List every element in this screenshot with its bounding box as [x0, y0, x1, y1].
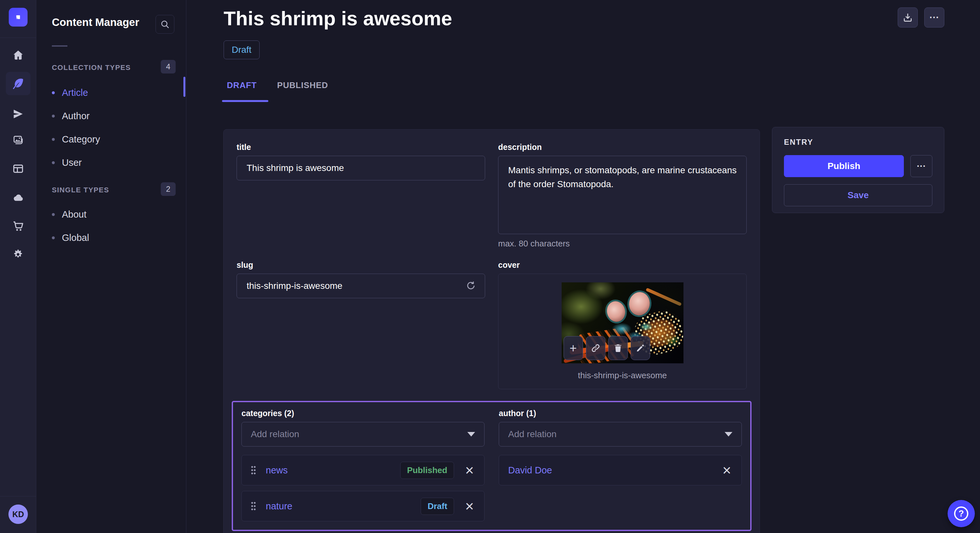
author-placeholder: Add relation [508, 429, 557, 439]
header-actions: ··· [898, 8, 944, 27]
active-tab-underline [222, 100, 268, 102]
rail-bottom-divider [0, 496, 36, 497]
regenerate-slug-button[interactable] [465, 279, 477, 292]
search-icon [160, 19, 170, 29]
chevron-down-icon [467, 432, 475, 436]
sidebar-item-label: Author [62, 111, 89, 121]
download-button[interactable] [898, 8, 918, 27]
cover-actions: + [563, 336, 650, 360]
link-icon [591, 343, 600, 353]
avatar-initials: KD [12, 510, 24, 519]
sidebar-item-article[interactable]: Article [52, 86, 88, 99]
copy-link-button[interactable] [586, 336, 605, 360]
collection-types-count-badge: 4 [161, 60, 176, 73]
slug-field: slug [237, 260, 485, 298]
title-input[interactable] [237, 156, 485, 180]
sidebar-item-global[interactable]: Global [52, 232, 89, 244]
bullet-icon [52, 213, 55, 216]
categories-add-relation-select[interactable]: Add relation [242, 422, 485, 447]
author-label: author (1) [499, 409, 742, 418]
strapi-logo-glyph [13, 12, 24, 23]
close-icon[interactable]: × [464, 500, 475, 512]
home-icon[interactable] [12, 49, 25, 62]
title-field: title [237, 143, 485, 180]
bullet-icon [52, 236, 55, 239]
author-add-relation-select[interactable]: Add relation [499, 422, 742, 447]
pencil-icon [635, 343, 645, 353]
relation-item-david-doe[interactable]: David Doe × [499, 455, 742, 485]
search-button[interactable] [156, 15, 174, 34]
drag-handle-icon[interactable] [251, 465, 256, 475]
subnav-divider-dash [52, 45, 67, 47]
cover-caption: this-shrimp-is-awesome [578, 370, 667, 381]
slug-input[interactable] [237, 274, 485, 298]
relation-link-news[interactable]: news [266, 465, 390, 476]
categories-field: categories (2) Add relation news Publish… [242, 409, 485, 521]
main-content: This shrimp is awesome ··· Draft DRAFT P… [186, 0, 980, 533]
add-media-button[interactable]: + [563, 336, 583, 360]
trash-icon [613, 343, 623, 353]
relations-highlight-box: categories (2) Add relation news Publish… [232, 401, 751, 531]
description-textarea[interactable]: Mantis shrimps, or stomatopods, are mari… [498, 156, 747, 234]
close-icon[interactable]: × [721, 464, 732, 476]
content-manager-feather-icon[interactable] [6, 72, 30, 95]
relation-link-nature[interactable]: nature [266, 501, 411, 512]
plus-icon: + [570, 341, 576, 355]
subnav-title: Content Manager [52, 16, 139, 29]
tab-published[interactable]: PUBLISHED [277, 80, 328, 90]
relation-item-nature[interactable]: nature Draft × [242, 491, 485, 521]
drag-handle-icon[interactable] [251, 501, 256, 511]
entry-panel: ENTRY Publish ··· Save [772, 127, 944, 213]
close-icon[interactable]: × [464, 464, 475, 476]
sidebar-item-label: User [62, 157, 82, 168]
icon-rail: KD [0, 0, 36, 533]
relation-link-david-doe[interactable]: David Doe [508, 465, 711, 476]
description-field: description Mantis shrimps, or stomatopo… [498, 143, 747, 249]
media-library-icon[interactable] [12, 134, 25, 147]
sidebar-item-user[interactable]: User [52, 156, 82, 169]
status-badge: Draft [224, 40, 259, 59]
strapi-logo [9, 8, 27, 27]
save-button[interactable]: Save [784, 184, 932, 206]
cloud-icon[interactable] [12, 191, 25, 204]
sidebar-item-label: Category [62, 134, 100, 145]
chevron-down-icon [725, 432, 732, 436]
paper-plane-icon[interactable] [12, 108, 25, 121]
layout-icon[interactable] [12, 162, 25, 175]
bullet-icon [52, 91, 55, 94]
section-label-collection-types: COLLECTION TYPES [52, 63, 131, 72]
refresh-icon [465, 280, 476, 291]
sidebar-item-label: Article [62, 87, 88, 98]
relation-item-news[interactable]: news Published × [242, 455, 485, 485]
page-title: This shrimp is awesome [224, 7, 452, 30]
sidebar-item-about[interactable]: About [52, 208, 86, 220]
bullet-icon [52, 138, 55, 141]
entry-more-button[interactable]: ··· [910, 155, 932, 177]
categories-placeholder: Add relation [251, 429, 299, 439]
sidebar-item-author[interactable]: Author [52, 110, 89, 122]
delete-media-button[interactable] [608, 336, 628, 360]
publish-button[interactable]: Publish [784, 155, 904, 177]
entry-panel-label: ENTRY [784, 138, 932, 147]
more-button[interactable]: ··· [924, 8, 944, 27]
question-icon: ? [954, 506, 968, 521]
status-badge-published: Published [400, 462, 454, 479]
tab-draft[interactable]: DRAFT [227, 80, 257, 90]
title-label: title [237, 143, 485, 152]
author-field: author (1) Add relation David Doe × [499, 409, 742, 521]
cover-label: cover [498, 260, 747, 270]
subnav-scrollbar[interactable] [183, 77, 185, 97]
sidebar-item-label: Global [62, 233, 89, 243]
user-avatar[interactable]: KD [8, 504, 28, 524]
edit-media-button[interactable] [631, 336, 650, 360]
bullet-icon [52, 115, 55, 117]
sidebar-item-category[interactable]: Category [52, 133, 100, 145]
categories-label: categories (2) [242, 409, 485, 418]
help-button[interactable]: ? [948, 500, 975, 527]
slug-label: slug [237, 260, 485, 270]
description-label: description [498, 143, 747, 152]
gear-icon[interactable] [12, 248, 25, 261]
single-types-count-badge: 2 [161, 182, 176, 196]
cart-icon[interactable] [12, 219, 25, 233]
status-badge-draft: Draft [421, 498, 454, 515]
